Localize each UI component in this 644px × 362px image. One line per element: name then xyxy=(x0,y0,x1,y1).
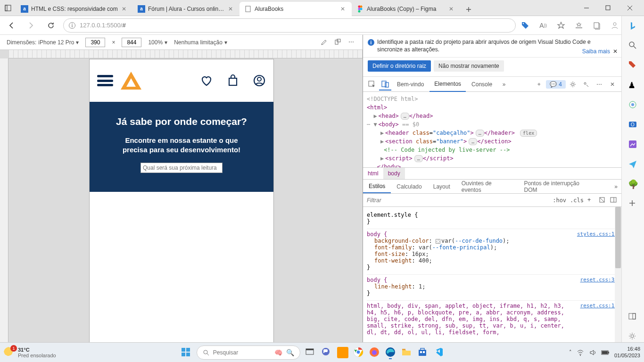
shopping-tag-icon[interactable] xyxy=(520,21,530,30)
address-bar[interactable]: 127.0.0.1:5500/# xyxy=(63,18,516,33)
tab-ouvintes[interactable]: Ouvintes de eventos xyxy=(456,180,519,193)
tab-estilos[interactable]: Estilos xyxy=(363,180,391,193)
width-input[interactable] xyxy=(85,38,105,47)
device-toggle-icon[interactable] xyxy=(379,78,391,90)
rule-element-style[interactable]: element.style { } xyxy=(367,210,618,229)
tab-welcome[interactable]: Bem-vindo xyxy=(392,77,429,92)
wifi-icon[interactable] xyxy=(577,349,584,356)
battery-icon[interactable] xyxy=(601,350,610,355)
more-styles-tabs-icon[interactable]: » xyxy=(611,180,621,193)
crumb-body[interactable]: body xyxy=(383,168,405,179)
start-button[interactable] xyxy=(181,347,192,358)
computed-icon[interactable] xyxy=(599,197,606,204)
tree-icon[interactable]: 🌳 xyxy=(628,179,638,189)
heart-icon[interactable] xyxy=(200,74,213,87)
source-link[interactable]: styles.css:13 xyxy=(577,231,618,237)
explorer-icon[interactable] xyxy=(401,347,413,358)
dock-menu-icon[interactable]: ⋯ xyxy=(593,78,605,90)
rule-reset-all[interactable]: reset.css:18 html, body, div, span, appl… xyxy=(367,301,618,339)
sublime-icon[interactable] xyxy=(337,347,348,358)
new-rule-icon[interactable]: + xyxy=(587,197,595,204)
tab-calculado[interactable]: Calculado xyxy=(391,180,427,193)
image-edit-icon[interactable] xyxy=(628,140,638,150)
breadcrumb[interactable]: html body xyxy=(363,167,621,180)
tab-pontos[interactable]: Pontos de interrupção DOM xyxy=(518,180,599,193)
gear-icon[interactable] xyxy=(628,332,638,342)
hov-toggle[interactable]: :hov xyxy=(553,197,566,204)
tab-html-css[interactable]: a HTML e CSS: responsividade com ✕ xyxy=(16,2,133,16)
dom-tree[interactable]: <!DOCTYPE html> <html> ▶<head>…</head> ⋯… xyxy=(363,92,621,167)
rotate-icon[interactable] xyxy=(334,39,342,46)
feedback-icon[interactable] xyxy=(580,78,592,90)
clock[interactable]: 16:48 01/05/2023 xyxy=(614,346,640,358)
tab-elements[interactable]: Elementos xyxy=(429,77,466,92)
throttle-select[interactable]: Nenhuma limitação ▾ xyxy=(174,39,227,46)
shopping-icon[interactable] xyxy=(628,60,638,71)
edge-icon[interactable] xyxy=(385,347,396,358)
eyedropper-icon[interactable] xyxy=(320,39,328,46)
device-select[interactable]: Dimensões: iPhone 12 Pro ▾ xyxy=(7,39,79,46)
styles-panel[interactable]: element.style { } styles.css:13 body { b… xyxy=(363,207,621,342)
rule-body-styles[interactable]: styles.css:13 body { background-color: v… xyxy=(367,229,618,275)
collections-icon[interactable] xyxy=(592,21,602,30)
user-icon[interactable] xyxy=(253,74,266,87)
height-input[interactable] xyxy=(122,38,141,47)
store-icon[interactable] xyxy=(417,347,429,358)
back-button[interactable] xyxy=(4,18,19,33)
tools-icon[interactable] xyxy=(628,100,638,110)
tab-forum[interactable]: a Fórum | Alura - Cursos online de ✕ xyxy=(133,2,239,16)
close-devtools-icon[interactable]: ✕ xyxy=(606,78,619,90)
inspect-icon[interactable] xyxy=(366,78,378,90)
bag-icon[interactable] xyxy=(226,74,239,87)
maximize-button[interactable] xyxy=(602,1,615,15)
minimize-button[interactable] xyxy=(580,1,593,15)
tab-figma[interactable]: AluraBooks (Copy) – Figma ✕ xyxy=(352,2,460,16)
bing-icon[interactable] xyxy=(628,21,638,31)
new-tab-button[interactable] xyxy=(462,3,475,16)
source-link[interactable]: reset.css:18 xyxy=(580,303,618,309)
panel-toggle-icon[interactable] xyxy=(628,312,638,322)
learn-more-link[interactable]: Saiba mais xyxy=(582,48,610,55)
task-view-icon[interactable] xyxy=(305,347,316,358)
source-link[interactable]: reset.css:31 xyxy=(580,277,618,283)
site-info-icon[interactable] xyxy=(68,22,76,29)
system-tray[interactable]: ˄ 16:48 01/05/2023 xyxy=(569,346,640,358)
close-icon[interactable]: ✕ xyxy=(228,6,235,12)
panel-layout-icon[interactable] xyxy=(610,197,618,204)
volume-icon[interactable] xyxy=(589,349,596,356)
profile-icon[interactable] xyxy=(610,21,619,30)
add-rail-icon[interactable] xyxy=(628,199,638,209)
close-icon[interactable]: ✕ xyxy=(340,6,347,12)
scrollbar[interactable] xyxy=(615,207,621,342)
refresh-button[interactable] xyxy=(43,18,58,33)
cls-toggle[interactable]: .cls xyxy=(570,197,584,204)
add-panel-icon[interactable]: + xyxy=(533,78,545,90)
define-root-button[interactable]: Definir o diretório raiz xyxy=(368,60,431,72)
close-icon[interactable]: ✕ xyxy=(449,6,455,12)
send-icon[interactable] xyxy=(628,159,638,170)
firefox-icon[interactable] xyxy=(369,347,380,358)
issues-badge[interactable]: 💬4 xyxy=(546,80,566,89)
vscode-icon[interactable] xyxy=(433,347,445,358)
zoom-select[interactable]: 100% ▾ xyxy=(148,39,167,46)
taskbar-search[interactable]: Pesquisar 🧠 🔍 xyxy=(197,346,300,360)
close-window-button[interactable] xyxy=(623,1,636,15)
tab-actions-icon[interactable] xyxy=(5,5,11,11)
crumb-html[interactable]: html xyxy=(363,168,383,179)
dismiss-button[interactable]: Não mostrar novamente xyxy=(434,60,504,72)
more-icon[interactable]: ⋯ xyxy=(348,39,356,46)
read-aloud-icon[interactable]: A)) xyxy=(538,21,548,30)
chat-icon[interactable] xyxy=(321,347,332,358)
rule-body-reset[interactable]: reset.css:31 body { line-height: 1; } xyxy=(367,275,618,301)
hamburger-icon[interactable] xyxy=(97,75,113,86)
tab-console[interactable]: Console xyxy=(467,77,497,92)
close-icon[interactable]: ✕ xyxy=(122,6,128,12)
favorites-star-icon[interactable] xyxy=(556,21,566,30)
weather-widget[interactable]: 31°C Pred ensolarado xyxy=(4,347,56,358)
search-input[interactable] xyxy=(140,163,223,173)
gear-icon[interactable] xyxy=(567,78,579,90)
chrome-icon[interactable] xyxy=(353,347,364,358)
close-icon[interactable]: ✕ xyxy=(613,48,619,54)
chevron-up-icon[interactable]: ˄ xyxy=(569,349,572,355)
tab-layout[interactable]: Layout xyxy=(428,180,456,193)
